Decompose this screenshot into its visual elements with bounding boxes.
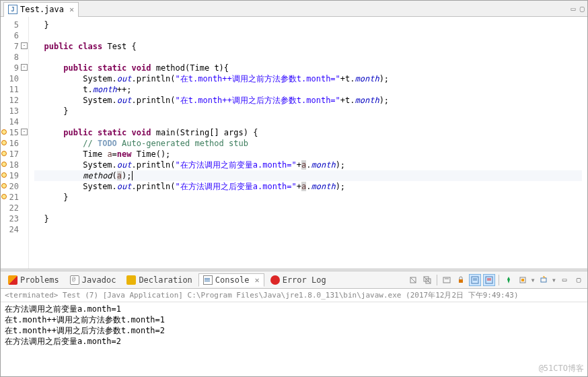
maximize-icon[interactable]: ▢ (580, 4, 585, 13)
scroll-lock-icon[interactable] (455, 274, 467, 286)
editor-tabbar: J Test.java ✕ ▭ ▢ (1, 1, 587, 17)
svg-rect-7 (459, 279, 463, 283)
display-selected-icon[interactable] (517, 274, 529, 286)
pin-console-icon[interactable] (503, 274, 515, 286)
tab-javadoc[interactable]: Javadoc (65, 273, 121, 287)
console-panel: <terminated> Test (7) [Java Application]… (1, 289, 587, 376)
declaration-icon (126, 275, 136, 285)
code-editor[interactable]: 567-89-101112131415-161718192021222324 }… (1, 17, 587, 269)
close-icon[interactable]: ✕ (254, 275, 259, 285)
java-file-icon: J (8, 5, 17, 14)
tab-label: Console (215, 275, 250, 285)
tab-console[interactable]: Console ✕ (198, 273, 264, 287)
tab-filename: Test.java (20, 5, 64, 14)
separator (499, 275, 499, 285)
svg-rect-16 (541, 278, 546, 282)
window-controls: ▭ ▢ (571, 4, 585, 13)
clear-console-icon[interactable] (441, 274, 453, 286)
line-gutter: 567-89-101112131415-161718192021222324 (1, 17, 29, 269)
tab-label: Declaration (139, 275, 192, 285)
tab-errorlog[interactable]: Error Log (266, 273, 331, 287)
error-icon (270, 275, 280, 285)
remove-all-icon[interactable] (421, 274, 433, 286)
minimize-icon[interactable]: ▭ (558, 274, 571, 286)
maximize-icon[interactable]: ▢ (573, 274, 585, 286)
watermark: @51CTO博客 (539, 363, 584, 374)
code-area[interactable]: } public class Test { public static void… (29, 17, 587, 269)
bottom-tabbar: Problems Javadoc Declaration Console ✕ E… (1, 271, 587, 289)
svg-line-4 (424, 277, 431, 283)
tab-problems[interactable]: Problems (3, 273, 64, 287)
open-console-icon[interactable] (538, 274, 550, 286)
editor-tab-testjava[interactable]: J Test.java ✕ (3, 2, 79, 17)
problems-icon (8, 275, 17, 285)
console-toolbar: ▾ ▾ ▭ ▢ (407, 274, 585, 286)
minimize-icon[interactable]: ▭ (571, 4, 576, 13)
tab-label: Problems (20, 275, 59, 285)
tab-label: Error Log (283, 275, 326, 285)
tab-declaration[interactable]: Declaration (122, 273, 196, 287)
show-console-output-icon[interactable] (469, 274, 481, 286)
svg-line-1 (410, 277, 416, 283)
console-output[interactable]: 在方法调用之前变量a.month=1 在t.month++调用之前方法参数t.m… (1, 302, 587, 376)
remove-launch-icon[interactable] (407, 274, 419, 286)
javadoc-icon (70, 275, 79, 285)
svg-rect-5 (443, 277, 450, 283)
svg-rect-15 (521, 279, 524, 281)
close-icon[interactable]: ✕ (69, 5, 74, 14)
console-status: <terminated> Test (7) [Java Application]… (1, 289, 587, 302)
console-icon (203, 275, 213, 285)
separator (437, 275, 437, 285)
show-console-error-icon[interactable] (483, 274, 495, 286)
tab-label: Javadoc (82, 275, 116, 285)
